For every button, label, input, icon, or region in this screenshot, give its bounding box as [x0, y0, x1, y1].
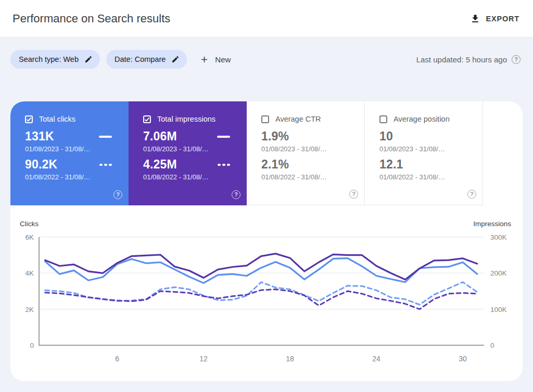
metric-value-previous: 12.1	[379, 158, 403, 172]
solid-line-legend-mark	[99, 136, 112, 138]
checkbox-checked-icon[interactable]	[143, 115, 151, 123]
metric-card-average-ctr[interactable]: Average CTR 1.9% 01/08/2023 - 31/08/… 2.…	[247, 101, 365, 205]
metric-date-current: 01/08/2023 - 31/08/…	[143, 145, 247, 153]
metric-date-current: 01/08/2023 - 31/08/…	[261, 145, 364, 153]
metric-card-header: Total impressions	[143, 115, 247, 123]
solid-line-legend-mark	[217, 136, 230, 138]
export-label: EXPORT	[486, 15, 519, 23]
metric-card-total-impressions[interactable]: Total impressions 7.06M 01/08/2023 - 31/…	[129, 101, 247, 205]
series-line-clicks-current	[45, 258, 477, 283]
dashed-line-legend-mark	[218, 164, 230, 166]
metric-date-current: 01/08/2023 - 31/08/…	[25, 145, 129, 153]
checkbox-unchecked-icon[interactable]	[261, 115, 269, 123]
metric-label: Total clicks	[39, 115, 75, 123]
performance-card: Total clicks 131K 01/08/2023 - 31/08/… 9…	[10, 101, 523, 381]
help-icon[interactable]: ?	[232, 190, 240, 199]
help-icon[interactable]: ?	[113, 190, 122, 199]
metric-label: Average CTR	[275, 115, 321, 123]
metric-label: Average position	[394, 115, 450, 123]
series-line-impressions-previous	[45, 290, 477, 309]
y-axis-tick-label: 100K	[490, 306, 507, 313]
metric-date-current: 01/08/2023 - 31/08/…	[379, 145, 483, 153]
metric-value-current: 1.9%	[261, 129, 289, 143]
y-axis-tick-label: 300K	[490, 233, 507, 241]
metric-date-previous: 01/08/2022 - 31/08/…	[379, 173, 483, 181]
metric-card-header: Average position	[379, 115, 483, 123]
checkbox-unchecked-icon[interactable]	[379, 115, 387, 123]
chart-area: Clicks Impressions 6K4K2K0300K200K100K06…	[10, 205, 523, 381]
search-type-chip-label: Search type: Web	[19, 55, 79, 63]
y-axis-tick-label: 0	[490, 342, 494, 349]
checkbox-checked-icon[interactable]	[25, 115, 33, 123]
chart-canvas[interactable]: 6K4K2K0300K200K100K0612182430	[10, 205, 523, 381]
new-filter-button[interactable]: New	[199, 55, 231, 64]
header: Performance on Search results EXPORT	[0, 0, 533, 37]
x-axis-tick-label: 24	[372, 355, 380, 363]
plus-icon	[199, 55, 209, 64]
last-updated: Last updated: 5 hours ago ?	[416, 55, 521, 64]
edit-pencil-icon	[171, 55, 180, 63]
metric-card-header: Total clicks	[25, 115, 129, 123]
y-axis-tick-label: 200K	[490, 269, 507, 277]
y-axis-tick-label: 6K	[25, 233, 34, 241]
help-icon[interactable]: ?	[512, 55, 521, 64]
last-updated-text: Last updated: 5 hours ago	[416, 55, 507, 64]
metric-value-current: 10	[379, 129, 393, 143]
x-axis-tick-label: 12	[199, 355, 208, 363]
date-filter-chip[interactable]: Date: Compare	[106, 50, 187, 69]
page-title: Performance on Search results	[12, 12, 170, 25]
metric-value-current: 7.06M	[143, 129, 177, 143]
new-filter-label: New	[215, 55, 231, 64]
download-icon	[470, 14, 480, 24]
metric-tiles: Total clicks 131K 01/08/2023 - 31/08/… 9…	[10, 101, 523, 205]
help-icon[interactable]: ?	[467, 190, 476, 199]
metric-card-average-position[interactable]: Average position 10 01/08/2023 - 31/08/……	[365, 101, 483, 205]
search-type-chip[interactable]: Search type: Web	[10, 50, 100, 69]
help-icon[interactable]: ?	[349, 190, 358, 199]
date-chip-label: Date: Compare	[115, 55, 166, 63]
metric-date-previous: 01/08/2022 - 31/08/…	[25, 173, 129, 181]
x-axis-tick-label: 30	[459, 355, 467, 363]
x-axis-tick-label: 18	[286, 355, 294, 363]
metric-label: Total impressions	[157, 115, 215, 123]
dashed-line-legend-mark	[99, 164, 112, 166]
tiles-empty-space	[483, 101, 523, 205]
edit-pencil-icon	[84, 55, 93, 63]
filter-bar: Search type: Web Date: Compare New Last …	[10, 50, 521, 69]
metric-value-previous: 2.1%	[261, 158, 289, 172]
metric-date-previous: 01/08/2022 - 31/08/…	[261, 173, 364, 181]
metric-value-previous: 4.25M	[143, 158, 177, 172]
export-button[interactable]: EXPORT	[465, 9, 525, 28]
metric-card-total-clicks[interactable]: Total clicks 131K 01/08/2023 - 31/08/… 9…	[10, 101, 129, 205]
metric-value-current: 131K	[25, 129, 54, 143]
metric-value-previous: 90.2K	[25, 158, 57, 172]
y-axis-tick-label: 2K	[25, 306, 34, 313]
series-line-clicks-previous	[45, 282, 477, 305]
x-axis-tick-label: 6	[115, 355, 119, 363]
y-axis-tick-label: 0	[30, 342, 34, 349]
metric-card-header: Average CTR	[261, 115, 364, 123]
metric-date-previous: 01/08/2022 - 31/08/…	[143, 173, 247, 181]
y-axis-tick-label: 4K	[25, 269, 34, 277]
